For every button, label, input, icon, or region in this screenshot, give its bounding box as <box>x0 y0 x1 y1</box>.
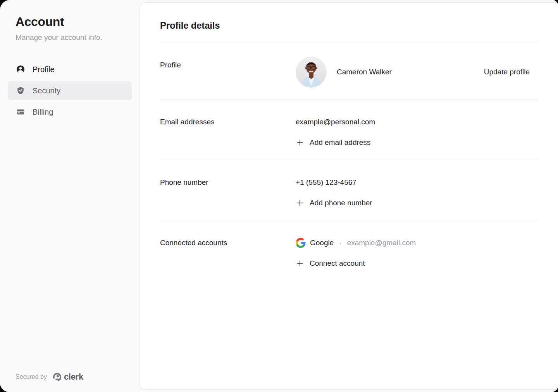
panel-title: Profile details <box>160 19 538 32</box>
connected-accounts-row: Connected accounts Google · example@gmai… <box>160 220 538 280</box>
sidebar-nav: Profile Security <box>0 60 140 121</box>
shield-check-icon <box>16 86 25 95</box>
clerk-brand[interactable]: clerk <box>53 372 83 382</box>
secured-by-clerk: Secured by clerk <box>16 372 83 382</box>
phone-row-label: Phone number <box>160 177 296 208</box>
page-subtitle: Manage your account info. <box>16 33 124 42</box>
sidebar: Account Manage your account info. Profil… <box>0 0 140 392</box>
profile-row: Profile <box>160 43 538 99</box>
user-circle-icon <box>16 65 25 74</box>
add-email-label: Add email address <box>310 138 370 148</box>
phone-number-value: +1 (555) 123-4567 <box>296 177 356 187</box>
profile-name: Cameron Walker <box>337 68 392 76</box>
google-icon <box>296 238 306 248</box>
sidebar-item-label: Profile <box>33 65 55 74</box>
profile-identity: Cameron Walker <box>296 57 484 88</box>
profile-details-panel: Profile details Profile <box>140 2 558 390</box>
email-addresses-row: Email addresses example@personal.com Add… <box>160 100 538 160</box>
sidebar-item-profile[interactable]: Profile <box>8 60 132 79</box>
add-phone-label: Add phone number <box>310 198 372 208</box>
sidebar-item-label: Billing <box>33 108 53 117</box>
clerk-logo-icon <box>53 373 62 382</box>
update-profile-button[interactable]: Update profile <box>484 68 538 76</box>
clerk-wordmark: clerk <box>64 372 83 382</box>
sidebar-item-security[interactable]: Security <box>8 81 132 100</box>
page-title: Account <box>16 14 124 29</box>
sidebar-item-billing[interactable]: Billing <box>8 103 132 121</box>
credit-card-icon <box>16 108 25 116</box>
avatar <box>296 57 327 88</box>
google-account-item: Google · example@gmail.com <box>296 238 416 248</box>
plus-icon <box>297 260 303 266</box>
email-row-label: Email addresses <box>160 117 296 148</box>
connected-row-label: Connected accounts <box>160 238 296 268</box>
plus-icon <box>297 139 303 146</box>
connected-email-value: example@gmail.com <box>347 239 416 247</box>
connect-account-label: Connect account <box>310 258 365 268</box>
profile-row-label: Profile <box>160 60 296 70</box>
add-phone-button[interactable]: Add phone number <box>297 198 372 208</box>
plus-icon <box>297 200 303 206</box>
sidebar-header: Account Manage your account info. <box>0 0 140 42</box>
provider-name: Google <box>310 239 334 247</box>
secured-by-label: Secured by <box>16 373 47 380</box>
sidebar-item-label: Security <box>33 86 60 95</box>
add-email-button[interactable]: Add email address <box>297 138 370 148</box>
account-modal: Account Manage your account info. Profil… <box>0 0 558 392</box>
connect-account-button[interactable]: Connect account <box>297 258 365 268</box>
email-address-value: example@personal.com <box>296 117 375 127</box>
dot-separator: · <box>338 239 343 247</box>
phone-number-row: Phone number +1 (555) 123-4567 Add phone… <box>160 160 538 220</box>
